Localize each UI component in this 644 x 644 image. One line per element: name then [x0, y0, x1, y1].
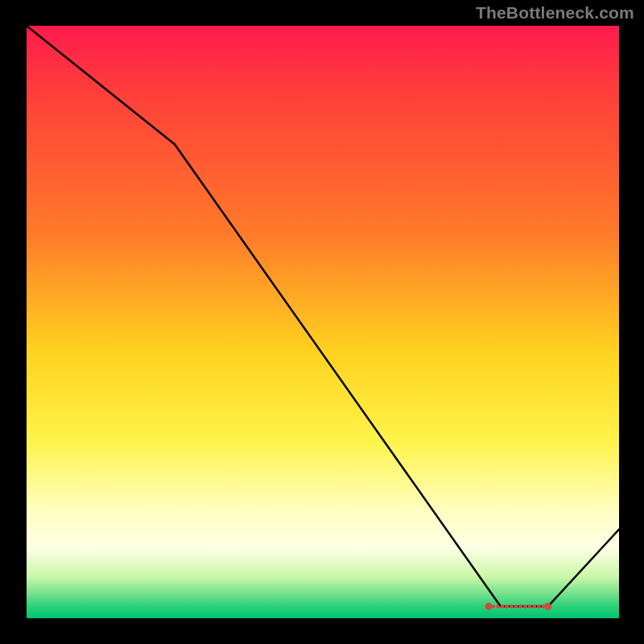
- baseline-marker: [485, 603, 493, 610]
- baseline-marker: [510, 605, 514, 609]
- baseline-marker: [491, 605, 495, 609]
- baseline-marker: [518, 605, 522, 609]
- baseline-marker: [544, 603, 551, 610]
- baseline-marker: [528, 605, 532, 609]
- plot-svg: [27, 26, 619, 618]
- plot-area: [27, 26, 619, 618]
- baseline-marker: [523, 605, 527, 609]
- baseline-marker: [496, 605, 500, 609]
- baseline-marker: [501, 605, 505, 609]
- watermark-text: TheBottleneck.com: [476, 3, 634, 23]
- chart-stage: TheBottleneck.com: [0, 0, 644, 644]
- baseline-marker: [532, 605, 536, 609]
- baseline-marker: [537, 605, 541, 609]
- baseline-marker: [514, 605, 518, 609]
- data-curve: [27, 26, 619, 606]
- baseline-marker: [505, 605, 509, 609]
